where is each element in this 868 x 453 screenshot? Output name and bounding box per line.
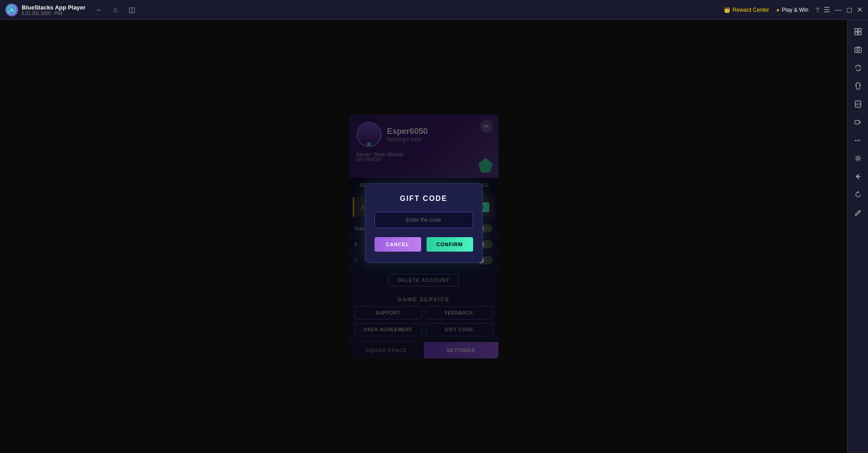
gift-code-input[interactable]	[375, 212, 473, 228]
back-arrow-btn[interactable]	[850, 168, 866, 185]
right-sidebar: APK •••	[847, 20, 868, 453]
game-panel: S Esper6050 Nothing's here ✏ Server: Son…	[349, 114, 498, 358]
video-btn[interactable]	[850, 114, 866, 130]
nav-buttons: ← ⌂ ◫	[93, 4, 138, 16]
restore-icon[interactable]: ◻	[846, 5, 852, 14]
apk-btn[interactable]: APK	[850, 96, 866, 112]
home-button[interactable]: ⌂	[109, 4, 122, 16]
hamburger-icon[interactable]: ☰	[824, 5, 830, 14]
svg-marker-16	[859, 121, 861, 123]
play-win-label: Play & Win	[782, 7, 809, 13]
settings-btn[interactable]	[850, 150, 866, 167]
svg-marker-1	[9, 7, 15, 12]
cancel-button[interactable]: CANCEL	[375, 237, 421, 252]
crown-icon: 👑	[724, 7, 730, 13]
modal-title: GIFT CODE	[375, 195, 473, 203]
svg-rect-8	[857, 47, 859, 48]
app-version: 5.21.201.1029 · P64	[22, 11, 85, 16]
back-button[interactable]: ←	[93, 4, 105, 16]
svg-rect-4	[855, 32, 858, 35]
modal-buttons: CANCEL CONFIRM	[375, 237, 473, 252]
close-icon[interactable]: ✕	[857, 5, 863, 14]
svg-rect-2	[855, 29, 858, 31]
expand-sidebar-btn[interactable]	[850, 24, 866, 40]
svg-marker-19	[857, 191, 859, 193]
play-win-button[interactable]: ● Play & Win	[776, 7, 808, 13]
help-icon[interactable]: ?	[816, 6, 819, 14]
more-options-btn[interactable]: •••	[850, 132, 866, 148]
confirm-button[interactable]: CONFIRM	[427, 237, 473, 252]
top-bar-right: 👑 Reward Center ● Play & Win ? ☰ — ◻ ✕	[724, 5, 863, 14]
app-name: BlueStacks App Player	[22, 4, 85, 11]
app-logo	[5, 4, 18, 16]
edit-sidebar-btn[interactable]	[850, 205, 866, 221]
more-dots-icon: •••	[855, 138, 861, 143]
main-area: S Esper6050 Nothing's here ✏ Server: Son…	[0, 20, 847, 453]
screenshot-btn[interactable]	[850, 42, 866, 58]
svg-rect-15	[855, 120, 859, 124]
svg-point-17	[857, 157, 859, 160]
svg-point-7	[857, 49, 859, 52]
window-controls: ? ☰ — ◻ ✕	[816, 5, 863, 14]
svg-rect-3	[859, 29, 861, 31]
top-bar: BlueStacks App Player 5.21.201.1029 · P6…	[0, 0, 868, 20]
svg-rect-5	[859, 32, 861, 35]
app-title-block: BlueStacks App Player 5.21.201.1029 · P6…	[22, 4, 85, 16]
minimize-icon[interactable]: —	[835, 6, 842, 14]
rotate-btn[interactable]	[850, 60, 866, 76]
svg-text:APK: APK	[854, 103, 861, 106]
windows-button[interactable]: ◫	[125, 4, 138, 16]
refresh-icon-btn[interactable]	[850, 186, 866, 203]
shake-btn[interactable]	[850, 78, 866, 94]
coin-icon: ●	[776, 7, 779, 13]
reward-center-button[interactable]: 👑 Reward Center	[724, 7, 769, 13]
modal-overlay: GIFT CODE CANCEL CONFIRM	[349, 114, 498, 358]
svg-rect-6	[855, 48, 861, 52]
svg-rect-10	[856, 83, 860, 89]
gift-code-modal: GIFT CODE CANCEL CONFIRM	[365, 183, 483, 263]
reward-center-label: Reward Center	[733, 7, 769, 13]
